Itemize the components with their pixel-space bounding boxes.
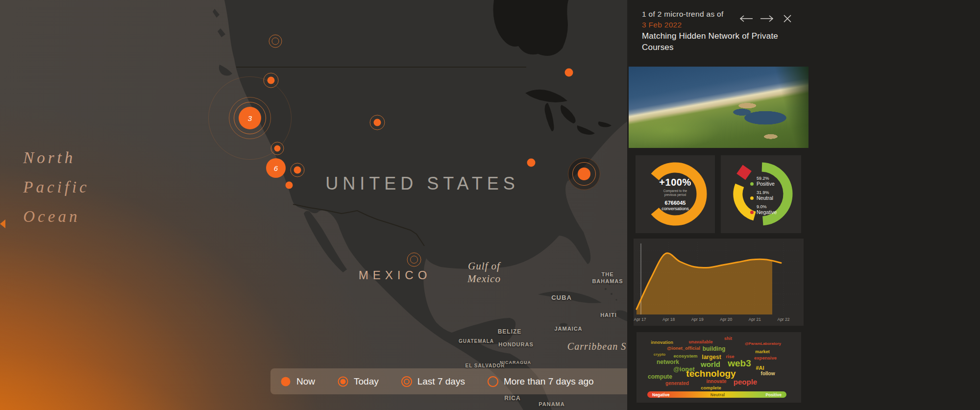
legend-item-label: Today (354, 376, 379, 387)
cloud-word: ecosystem (673, 353, 697, 359)
trend-date: 3 Feb 2022 (642, 20, 724, 30)
conversations-donut-card: +100% Compared to the previous period 67… (636, 155, 715, 233)
cloud-word: world (701, 360, 720, 368)
conversations-donut-center: +100% Compared to the previous period 67… (636, 177, 715, 211)
cloud-word: technology (686, 368, 735, 379)
conversations-count: 6766045 (636, 200, 715, 206)
x-axis-tick: Apr 20 (720, 317, 732, 322)
cloud-word: innovate (706, 379, 726, 384)
cloud-word: shit (724, 336, 732, 341)
cloud-word: network (657, 359, 679, 365)
map-time-legend: NowTodayLast 7 daysMore than 7 days ago (270, 368, 653, 394)
cloud-word: follow (761, 371, 775, 376)
trend-map-app: CANADAUNITED STATESMEXICONorth Pacific O… (0, 0, 980, 410)
x-axis-tick: Apr 22 (777, 317, 789, 322)
cloud-word: unavailable (688, 339, 712, 344)
previous-trend-button[interactable] (739, 13, 754, 24)
trend-line-chart (634, 239, 804, 317)
trend-title: Matching Hidden Network of Private Cours… (642, 30, 808, 53)
percent-change-value: +100% (636, 177, 715, 188)
dot-with-ring-icon (338, 376, 348, 387)
legend-item-more-than-7-days-ago[interactable]: More than 7 days ago (488, 376, 594, 387)
cloud-word: building (703, 345, 726, 352)
legend-item-last-7-days[interactable]: Last 7 days (401, 376, 465, 387)
cloud-word: generated (665, 381, 689, 386)
close-panel-button[interactable] (780, 13, 795, 24)
panel-nav (739, 13, 795, 24)
panel-pagination: 1 of 2 micro-trend as of 3 Feb 2022 (642, 9, 724, 31)
cluster-count: 6 (266, 158, 286, 178)
sentiment-label: Positive (757, 181, 775, 187)
x-axis-tick: Apr 19 (691, 317, 704, 322)
cloud-word: #AI (756, 365, 764, 371)
left-arrow-icon (739, 15, 753, 22)
sentiment-percent: 59.2% (757, 176, 777, 181)
legend-item-label: Now (296, 376, 315, 387)
scale-negative-label: Negative (652, 392, 669, 397)
legend-item-today[interactable]: Today (338, 376, 379, 387)
sentiment-percent: 9.0% (757, 204, 777, 209)
x-axis-tick: Apr 17 (634, 317, 646, 322)
cluster-count: 3 (239, 107, 261, 129)
x-axis-tick: Apr 18 (662, 317, 675, 322)
trend-x-axis: Apr 17Apr 18Apr 19Apr 20Apr 21Apr 22 (634, 317, 804, 324)
cloud-word: people (734, 378, 757, 386)
sentiment-legend-item-negative: 9.0%Negative (750, 204, 777, 215)
cloud-word: web3 (728, 358, 751, 369)
left-edge-arrow-icon[interactable] (0, 219, 5, 228)
right-arrow-icon (760, 15, 774, 22)
cloud-word: expensive (754, 355, 777, 361)
double-ring-icon (401, 376, 412, 387)
legend-dot-icon (750, 211, 754, 214)
sentiment-donut-card: 59.2%Positive31.9%Neutral9.0%Negative (721, 155, 801, 233)
sentiment-legend: 59.2%Positive31.9%Neutral9.0%Negative (750, 176, 777, 218)
close-icon (784, 15, 791, 23)
legend-item-label: More than 7 days ago (504, 376, 594, 387)
next-trend-button[interactable] (760, 13, 774, 24)
sentiment-legend-item-positive: 59.2%Positive (750, 176, 777, 187)
cloud-word: complete (701, 385, 721, 390)
sentiment-percent: 31.9% (757, 190, 777, 195)
cloud-word: crypto (654, 352, 665, 357)
cloud-word: @ParamLaboratory (745, 341, 781, 346)
x-axis-tick: Apr 21 (749, 317, 761, 322)
legend-item-label: Last 7 days (417, 376, 465, 387)
cloud-word: market (755, 349, 770, 354)
cloud-word: compute (648, 373, 672, 380)
micro-trend-panel: 1 of 2 micro-trend as of 3 Feb 2022 Matc… (627, 0, 980, 410)
sentiment-label: Neutral (757, 195, 773, 201)
conversations-count-label: conversations (636, 206, 715, 211)
pagination-text: 1 of 2 micro-trend as of (642, 10, 724, 18)
scale-positive-label: Positive (765, 392, 782, 397)
scale-neutral-label: Neutral (710, 392, 725, 397)
legend-item-now[interactable]: Now (280, 376, 315, 387)
word-cloud-card: innovationunavailableshit@ParamLaborator… (637, 332, 801, 403)
cloud-word: innovation (651, 340, 673, 345)
legend-dot-icon (750, 182, 754, 186)
ring-icon (488, 376, 498, 387)
sentiment-legend-item-neutral: 31.9%Neutral (750, 190, 777, 201)
percent-change-caption: Compared to the previous period (636, 189, 715, 197)
sentiment-label: Negative (757, 209, 777, 215)
trend-line-card: Apr 17Apr 18Apr 19Apr 20Apr 21Apr 22 (634, 239, 804, 326)
filled-dot-icon (280, 376, 291, 387)
cloud-word: @ionet_official (667, 345, 700, 351)
trend-photo (629, 67, 808, 148)
legend-dot-icon (750, 196, 754, 200)
sentiment-scale-bar: Negative Neutral Positive (647, 391, 786, 398)
